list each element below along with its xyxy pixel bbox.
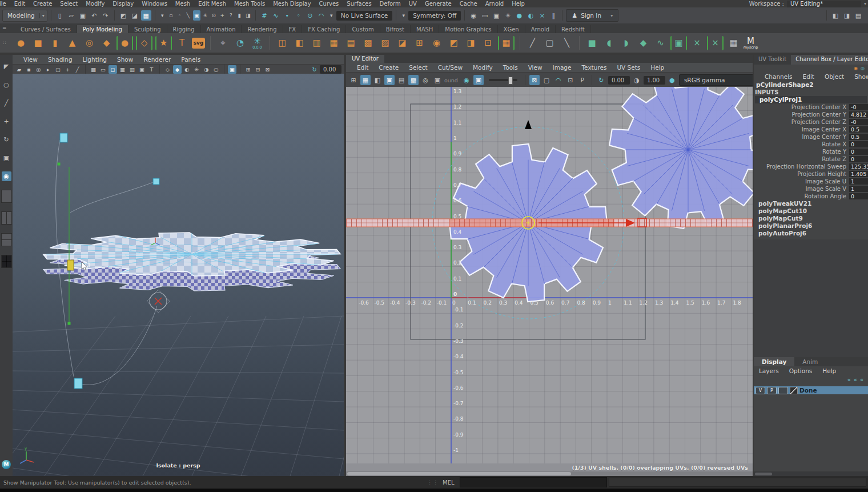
shelf-tab-bifrost[interactable]: Bifrost <box>380 25 411 33</box>
menu-edit-mesh[interactable]: Edit Mesh <box>194 1 230 7</box>
uv-checker-icon[interactable]: ▩ <box>408 75 419 85</box>
channel-value-field[interactable]: 0 <box>849 141 868 147</box>
poly-cone-icon[interactable]: ▲ <box>65 36 79 50</box>
uv-menu-view[interactable]: View <box>523 64 548 71</box>
shelf-tab-fx-caching[interactable]: FX Caching <box>302 25 346 33</box>
shelf-tab-arnold[interactable]: Arnold <box>525 25 556 33</box>
unfold-uv-icon[interactable]: ∿ <box>653 36 668 50</box>
layer-name[interactable]: Done <box>799 387 817 394</box>
open-scene-icon[interactable]: ▱ <box>66 10 77 21</box>
input-node-polyplanarproj6[interactable]: polyPlanarProj6 <box>754 222 868 230</box>
new-scene-icon[interactable]: ▯ <box>55 10 65 21</box>
channel-value-field[interactable]: 4.812 <box>849 111 868 118</box>
render-settings-icon[interactable]: ✳ <box>503 10 513 21</box>
vp-exposure-icon[interactable]: ↻ <box>310 65 319 74</box>
menu-uv[interactable]: UV <box>405 1 421 7</box>
live-surface-field[interactable]: No Live Surface <box>336 11 392 21</box>
attribute-editor-icon[interactable]: ◨ <box>842 10 852 21</box>
viewport-menu-shading[interactable]: Shading <box>43 56 78 63</box>
workspace-dropdown-arrow[interactable]: ▾ <box>864 1 866 6</box>
poly-sphere-icon[interactable]: ● <box>14 36 28 50</box>
menu-set-dropdown[interactable]: Modeling ▾ <box>2 10 47 22</box>
vp-exposure-field[interactable]: 0.00 <box>320 65 341 74</box>
select-object-icon[interactable]: ◪ <box>130 10 140 21</box>
viewport-menu-show[interactable]: Show <box>112 56 138 63</box>
extrude-icon[interactable]: ▩ <box>361 36 375 50</box>
uv-distortion-icon[interactable]: ▦ <box>360 75 371 85</box>
cut-tool-icon[interactable]: ╲ <box>560 36 574 50</box>
layout-four-pane[interactable] <box>1 211 12 225</box>
redo-icon[interactable]: ↷ <box>101 10 111 21</box>
hypershade-icon[interactable]: ● <box>514 10 524 21</box>
cut-uv-icon[interactable]: × <box>690 36 704 50</box>
gate-mask-icon[interactable]: ▩ <box>118 65 127 74</box>
shelf-tab-curves-surfaces[interactable]: Curves / Surfaces <box>15 25 77 33</box>
channel-box-menu-edit[interactable]: Edit <box>798 73 819 80</box>
light-editor-icon[interactable]: ◐ <box>525 10 536 21</box>
layer-editor-menu-help[interactable]: Help <box>817 367 841 374</box>
layout-persp-outliner[interactable] <box>1 233 12 246</box>
snap-projected-icon[interactable]: ◦ <box>294 10 304 21</box>
uv-menu-select[interactable]: Select <box>404 64 432 71</box>
resolution-gate-icon[interactable]: ◻ <box>108 65 117 74</box>
poly-torus-icon[interactable]: ◎ <box>82 36 97 50</box>
render-sequence-icon[interactable]: × <box>537 10 547 21</box>
render-frame-icon[interactable]: ▭ <box>480 10 490 21</box>
shelf-tab-xgen[interactable]: XGen <box>498 25 525 33</box>
field-chart-icon[interactable]: ▥ <box>128 65 136 74</box>
tab-channel-box-layer-editor[interactable]: Channel Box / Layer Editor <box>791 55 868 65</box>
quad-draw-icon[interactable]: ▢ <box>542 36 557 50</box>
type-tool-icon[interactable]: T <box>175 36 189 50</box>
save-scene-icon[interactable]: ▣ <box>78 10 88 21</box>
camera-attributes-icon[interactable]: ◎ <box>34 65 43 74</box>
layout-uv-icon[interactable]: ▦ <box>726 36 741 50</box>
shelf-tab-redshift[interactable]: Redshift <box>556 25 591 33</box>
select-hierarchy-icon[interactable]: ◩ <box>118 10 128 21</box>
menu-cache[interactable]: Cache <box>456 1 481 7</box>
lock-camera-icon[interactable]: ▪ <box>25 65 33 74</box>
crease-tool-icon[interactable]: ╱ <box>525 36 540 50</box>
tab-uv-toolkit[interactable]: UV Toolkit <box>754 55 791 65</box>
lock-selection-icon[interactable]: ▮ <box>236 10 243 21</box>
uv-borders-icon[interactable]: ▣ <box>384 75 395 85</box>
channel-value-field[interactable]: 0 <box>849 156 868 162</box>
image-plane-icon[interactable]: ▢ <box>54 65 62 74</box>
layer-editor-menu-options[interactable]: Options <box>784 367 818 374</box>
grease-pencil-icon[interactable]: ╱ <box>73 65 82 74</box>
poke-icon[interactable]: ⊡ <box>481 36 495 50</box>
mel-result-field[interactable] <box>609 478 866 487</box>
occlusion-icon[interactable]: ○ <box>212 65 220 74</box>
paint-select-tool[interactable]: ╱ <box>2 98 11 108</box>
ipr-render-icon[interactable]: ▣ <box>491 10 501 21</box>
colorspace-icon[interactable]: ● <box>667 75 677 85</box>
shelf-tab-mash[interactable]: MASH <box>411 25 439 33</box>
snap-grid-icon[interactable]: # <box>259 10 270 21</box>
uv-background-icon[interactable]: ▣ <box>432 75 443 85</box>
rotate-tool[interactable]: ↻ <box>2 135 11 145</box>
film-gate-icon[interactable]: ▭ <box>99 65 107 74</box>
channel-value-field[interactable]: 0 <box>849 149 868 155</box>
circularize-icon[interactable]: ◉ <box>429 36 444 50</box>
selected-object-name[interactable]: pCylinderShape2 <box>754 81 868 89</box>
scale-tool[interactable]: ▣ <box>2 153 11 163</box>
construction-plane-icon[interactable]: ⌖ <box>216 36 230 50</box>
input-node-polyautoproj6[interactable]: polyAutoProj6 <box>754 230 868 237</box>
grid-fill-icon[interactable]: ▤ <box>344 36 358 50</box>
safe-title-icon[interactable]: T <box>147 65 156 74</box>
exposure-icon[interactable]: ↻ <box>596 75 606 85</box>
uv-menu-edit[interactable]: Edit <box>352 64 373 71</box>
snapshot-icon[interactable]: ⊞ <box>244 65 252 74</box>
uv-editor-canvas[interactable]: -0.6-0.5-0.4-0.3-0.2-0.100.10.20.30.40.5… <box>346 87 753 463</box>
layout-single-pane[interactable] <box>1 190 12 203</box>
channel-value-field[interactable]: -0 <box>849 104 868 110</box>
show-manipulator-tool[interactable]: ◉ <box>2 171 11 181</box>
mel-language-toggle[interactable]: MEL <box>439 479 460 486</box>
poly-cylinder-icon[interactable]: ▮ <box>48 36 62 50</box>
sew-uv-options-icon[interactable]: × <box>707 36 724 50</box>
symmetry-dropdown-arrow[interactable]: ▾ <box>400 10 407 21</box>
viewport-menu-view[interactable]: View <box>18 56 43 63</box>
menu-curves[interactable]: Curves <box>315 1 343 7</box>
highlight-selection-icon[interactable]: ◨ <box>244 10 252 21</box>
layer-playback-toggle[interactable]: P <box>767 387 777 394</box>
uv-editor-tab[interactable]: UV Editor <box>346 55 384 63</box>
